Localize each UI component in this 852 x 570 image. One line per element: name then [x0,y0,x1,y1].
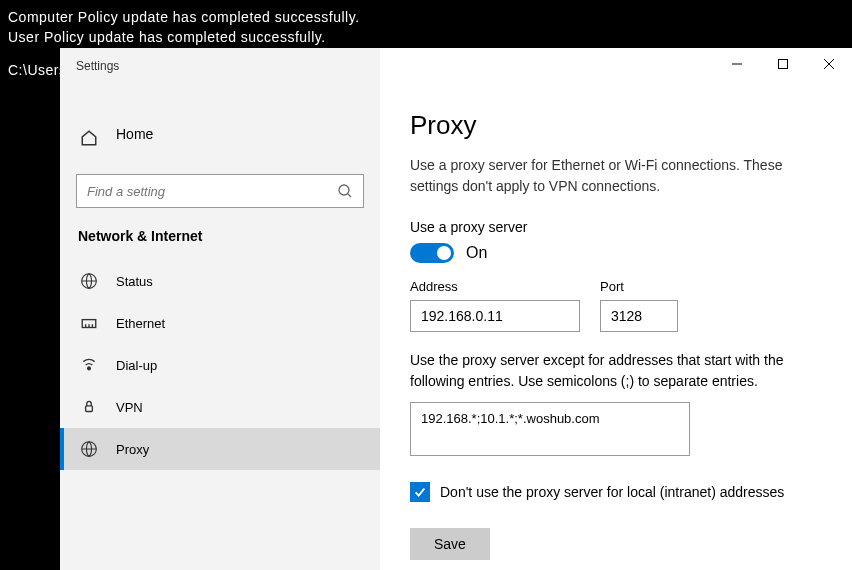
globe-icon [80,272,98,290]
address-label: Address [410,279,580,294]
window-title: Settings [60,48,380,84]
sidebar-item-ethernet[interactable]: Ethernet [60,302,380,344]
sidebar-item-proxy[interactable]: Proxy [60,428,380,470]
sidebar-item-label: VPN [116,400,143,415]
page-title: Proxy [410,110,828,141]
save-button[interactable]: Save [410,528,490,560]
vpn-icon [80,398,98,416]
page-subtitle: Use a proxy server for Ethernet or Wi-Fi… [410,155,828,197]
toggle-state: On [466,244,487,262]
dialup-icon [80,356,98,374]
search-icon [337,183,353,199]
local-addresses-label: Don't use the proxy server for local (in… [440,484,784,500]
titlebar-controls [714,48,852,84]
sidebar-item-label: Proxy [116,442,149,457]
svg-rect-4 [86,406,93,412]
sidebar-item-label: Status [116,274,153,289]
port-label: Port [600,279,678,294]
address-input[interactable] [410,300,580,332]
terminal-line: User Policy update has completed success… [8,28,844,48]
svg-point-3 [88,367,91,370]
port-input[interactable] [600,300,678,332]
exceptions-input[interactable] [410,402,690,456]
use-proxy-toggle[interactable] [410,243,454,263]
use-proxy-label: Use a proxy server [410,219,828,235]
svg-rect-6 [779,60,788,69]
ethernet-icon [80,314,98,332]
search-field[interactable] [87,184,337,199]
terminal-line: Computer Policy update has completed suc… [8,8,844,28]
home-nav[interactable]: Home [60,116,380,160]
local-addresses-checkbox[interactable] [410,482,430,502]
svg-point-0 [339,185,349,195]
settings-window: Settings Home Network & Internet Status [60,48,852,570]
minimize-button[interactable] [714,48,760,80]
sidebar: Settings Home Network & Internet Status [60,48,380,570]
home-label: Home [116,126,153,142]
proxy-icon [80,440,98,458]
category-header: Network & Internet [60,224,380,260]
sidebar-item-vpn[interactable]: VPN [60,386,380,428]
exceptions-label: Use the proxy server except for addresse… [410,350,828,392]
close-button[interactable] [806,48,852,80]
content-pane: Proxy Use a proxy server for Ethernet or… [380,48,852,570]
home-icon [80,129,98,147]
sidebar-item-label: Ethernet [116,316,165,331]
sidebar-item-dialup[interactable]: Dial-up [60,344,380,386]
search-input[interactable] [76,174,364,208]
sidebar-item-status[interactable]: Status [60,260,380,302]
sidebar-item-label: Dial-up [116,358,157,373]
maximize-button[interactable] [760,48,806,80]
